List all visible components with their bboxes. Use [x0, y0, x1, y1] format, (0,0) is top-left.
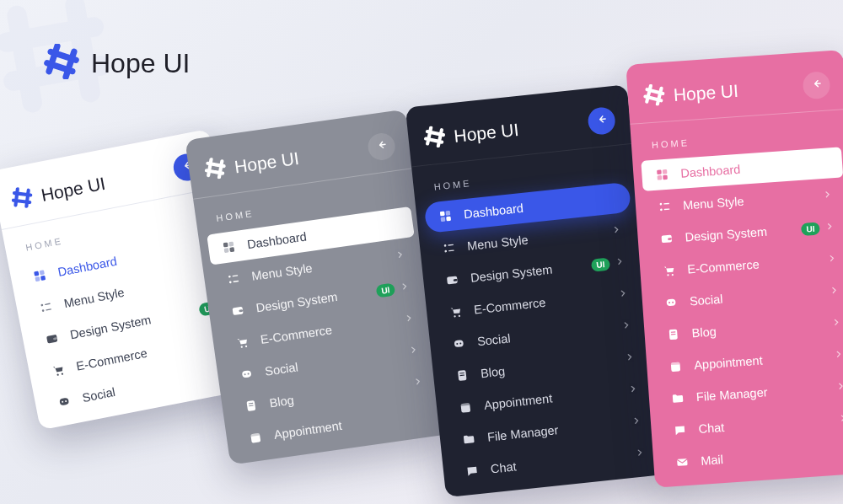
chevron-right-icon	[833, 348, 843, 362]
svg-rect-47	[454, 340, 464, 347]
svg-point-45	[454, 315, 455, 317]
svg-rect-42	[448, 249, 454, 251]
svg-rect-15	[223, 242, 228, 247]
chevron-right-icon	[620, 319, 632, 333]
chevron-right-icon	[824, 220, 835, 234]
brand-name: Hope UI	[234, 148, 301, 177]
sidebar-item-label: E-Commerce	[687, 253, 828, 276]
svg-rect-35	[440, 212, 445, 217]
folder-icon	[459, 432, 478, 447]
menu-icon	[656, 200, 674, 214]
page-header: Hope UI	[44, 44, 190, 83]
sidebar-item-label: Chat	[490, 448, 636, 476]
svg-rect-57	[658, 175, 663, 180]
brand-name: Hope UI	[453, 120, 519, 147]
logo-icon	[203, 156, 228, 184]
svg-point-4	[40, 303, 43, 306]
collapse-button[interactable]	[802, 71, 830, 99]
chevron-right-icon	[614, 255, 626, 270]
sidebar-item-label: Chat	[698, 412, 839, 436]
logo-icon	[44, 44, 79, 83]
page-title: Hope UI	[91, 48, 190, 79]
svg-rect-67	[667, 299, 676, 307]
chevron-right-icon	[624, 351, 636, 365]
svg-rect-17	[224, 248, 229, 253]
arrow-left-icon	[374, 138, 388, 155]
document-icon	[664, 327, 682, 341]
chevron-right-icon	[631, 415, 642, 429]
sidebar-item-label: Social	[476, 319, 622, 348]
cart-icon	[447, 304, 465, 319]
sidebar-item-label: Social	[690, 285, 830, 308]
svg-point-10	[56, 373, 59, 376]
chat-icon	[671, 423, 689, 437]
logo-icon	[642, 83, 666, 110]
folder-icon	[669, 391, 687, 405]
svg-point-46	[459, 315, 460, 317]
collapse-button[interactable]	[587, 106, 616, 136]
svg-point-60	[660, 208, 663, 211]
svg-point-5	[42, 309, 45, 312]
chevron-right-icon	[395, 248, 406, 263]
chevron-right-icon	[403, 312, 415, 327]
svg-rect-3	[40, 276, 46, 281]
wallet-icon	[228, 303, 247, 319]
sidebar-item-label: File Manager	[486, 416, 632, 444]
chevron-right-icon	[399, 280, 411, 295]
cart-icon	[233, 335, 251, 351]
svg-point-25	[240, 346, 243, 348]
menu-icon	[224, 271, 243, 287]
chevron-right-icon	[829, 284, 840, 298]
document-icon	[454, 367, 472, 383]
sidebar-item-label: Appointment	[694, 349, 835, 373]
svg-rect-38	[446, 217, 451, 222]
svg-rect-62	[664, 208, 670, 210]
arrow-left-icon	[595, 113, 609, 129]
svg-rect-7	[46, 308, 51, 311]
chevron-right-icon	[617, 287, 629, 301]
social-icon	[663, 295, 680, 309]
chevron-right-icon	[627, 383, 639, 397]
chevron-right-icon	[611, 223, 623, 238]
document-icon	[242, 398, 260, 414]
wallet-icon	[658, 231, 675, 245]
svg-rect-56	[663, 169, 668, 174]
sidebar-item-label: Mail	[701, 444, 841, 468]
sidebar-item-label: Blog	[691, 317, 832, 340]
collapse-button[interactable]	[367, 131, 397, 162]
cart-icon	[49, 362, 68, 378]
ui-badge: UI	[591, 257, 610, 271]
svg-rect-58	[663, 175, 668, 180]
chevron-right-icon	[826, 252, 837, 266]
sidebar-dark: Hope UI HOME Dashboard Menu Style Design…	[405, 84, 668, 497]
chevron-right-icon	[831, 316, 842, 330]
sidebar-item-label: Design System	[685, 223, 802, 244]
social-icon	[450, 336, 469, 351]
svg-rect-37	[441, 217, 446, 222]
dashboard-icon	[219, 239, 238, 255]
dashboard-icon	[30, 267, 50, 284]
svg-rect-21	[233, 275, 239, 276]
svg-rect-1	[40, 270, 45, 275]
svg-rect-64	[668, 238, 672, 240]
svg-rect-55	[657, 169, 662, 174]
calendar-icon	[456, 399, 475, 415]
svg-rect-36	[445, 211, 450, 216]
chevron-right-icon	[822, 188, 833, 202]
dashboard-icon	[437, 209, 455, 224]
svg-point-40	[444, 250, 447, 253]
ui-badge: UI	[375, 282, 395, 298]
calendar-icon	[246, 430, 265, 446]
svg-point-39	[444, 244, 447, 247]
svg-rect-6	[45, 303, 51, 305]
menu-icon	[36, 299, 56, 316]
svg-rect-61	[663, 203, 669, 205]
chevron-right-icon	[840, 444, 843, 458]
cart-icon	[660, 263, 678, 277]
sidebar-pink: Hope UI HOME Dashboard Menu Style Design…	[626, 50, 843, 488]
chevron-right-icon	[838, 412, 843, 426]
brand-name: Hope UI	[673, 81, 739, 105]
chevron-right-icon	[412, 375, 424, 390]
svg-rect-2	[35, 276, 40, 281]
svg-point-19	[228, 276, 231, 278]
